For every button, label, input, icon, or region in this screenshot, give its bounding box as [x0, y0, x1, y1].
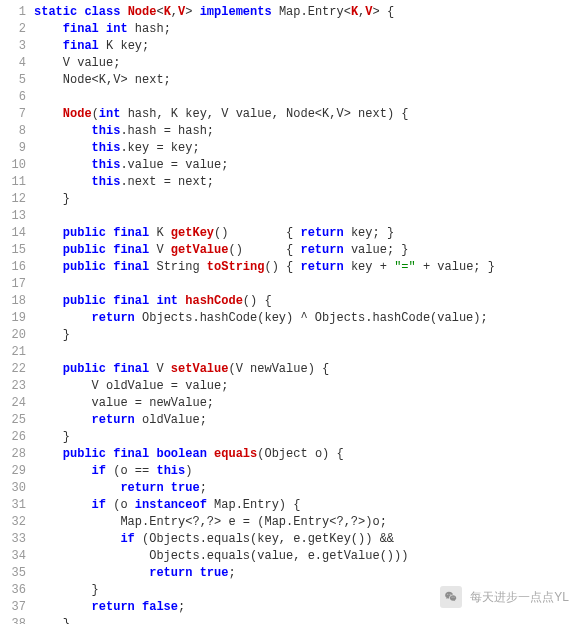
line-number: 24 [0, 395, 26, 412]
line-number: 11 [0, 174, 26, 191]
line-number: 9 [0, 140, 26, 157]
line-number: 29 [0, 463, 26, 480]
line-number-gutter: 1234567891011121314151617181920212223242… [0, 4, 34, 624]
line-number: 30 [0, 480, 26, 497]
line-number: 5 [0, 72, 26, 89]
code-line [34, 276, 495, 293]
code-line: Map.Entry<?,?> e = (Map.Entry<?,?>)o; [34, 514, 495, 531]
line-number: 18 [0, 293, 26, 310]
code-line: if (o instanceof Map.Entry) { [34, 497, 495, 514]
line-number: 33 [0, 531, 26, 548]
code-line: static class Node<K,V> implements Map.En… [34, 4, 495, 21]
line-number: 7 [0, 106, 26, 123]
line-number: 31 [0, 497, 26, 514]
code-content: static class Node<K,V> implements Map.En… [34, 4, 495, 624]
code-line: value = newValue; [34, 395, 495, 412]
line-number: 4 [0, 55, 26, 72]
line-number: 28 [0, 446, 26, 463]
line-number: 14 [0, 225, 26, 242]
line-number: 26 [0, 429, 26, 446]
line-number: 34 [0, 548, 26, 565]
line-number: 17 [0, 276, 26, 293]
code-line: public final V setValue(V newValue) { [34, 361, 495, 378]
line-number: 3 [0, 38, 26, 55]
line-number: 16 [0, 259, 26, 276]
line-number: 13 [0, 208, 26, 225]
watermark-text: 每天进步一点点YL [470, 589, 569, 606]
code-line: return false; [34, 599, 495, 616]
code-line: final K key; [34, 38, 495, 55]
code-line [34, 344, 495, 361]
code-line: Node<K,V> next; [34, 72, 495, 89]
line-number: 38 [0, 616, 26, 624]
line-number: 32 [0, 514, 26, 531]
line-number: 15 [0, 242, 26, 259]
line-number: 8 [0, 123, 26, 140]
code-line: return oldValue; [34, 412, 495, 429]
code-line: return true; [34, 565, 495, 582]
line-number: 37 [0, 599, 26, 616]
code-block: 1234567891011121314151617181920212223242… [0, 0, 583, 624]
line-number: 35 [0, 565, 26, 582]
code-line: this.key = key; [34, 140, 495, 157]
code-line: V value; [34, 55, 495, 72]
code-line: public final K getKey() { return key; } [34, 225, 495, 242]
code-line: Objects.equals(value, e.getValue())) [34, 548, 495, 565]
code-line: public final String toString() { return … [34, 259, 495, 276]
code-line: return Objects.hashCode(key) ^ Objects.h… [34, 310, 495, 327]
line-number: 10 [0, 157, 26, 174]
code-line: } [34, 327, 495, 344]
line-number: 12 [0, 191, 26, 208]
code-line: } [34, 616, 495, 624]
code-line: if (Objects.equals(key, e.getKey()) && [34, 531, 495, 548]
code-line: public final boolean equals(Object o) { [34, 446, 495, 463]
code-line: public final int hashCode() { [34, 293, 495, 310]
code-line: } [34, 429, 495, 446]
code-line: return true; [34, 480, 495, 497]
code-line [34, 208, 495, 225]
line-number: 22 [0, 361, 26, 378]
line-number: 6 [0, 89, 26, 106]
code-line [34, 89, 495, 106]
line-number: 1 [0, 4, 26, 21]
code-line: public final V getValue() { return value… [34, 242, 495, 259]
code-line: } [34, 191, 495, 208]
code-line: if (o == this) [34, 463, 495, 480]
code-line: this.value = value; [34, 157, 495, 174]
code-line: } [34, 582, 495, 599]
line-number: 2 [0, 21, 26, 38]
code-line: this.hash = hash; [34, 123, 495, 140]
code-line: V oldValue = value; [34, 378, 495, 395]
line-number: 19 [0, 310, 26, 327]
line-number: 21 [0, 344, 26, 361]
line-number: 20 [0, 327, 26, 344]
code-line: this.next = next; [34, 174, 495, 191]
code-line: final int hash; [34, 21, 495, 38]
line-number: 36 [0, 582, 26, 599]
wechat-icon [440, 586, 462, 608]
code-line: Node(int hash, K key, V value, Node<K,V>… [34, 106, 495, 123]
line-number: 25 [0, 412, 26, 429]
watermark: 每天进步一点点YL [440, 586, 569, 608]
line-number: 23 [0, 378, 26, 395]
